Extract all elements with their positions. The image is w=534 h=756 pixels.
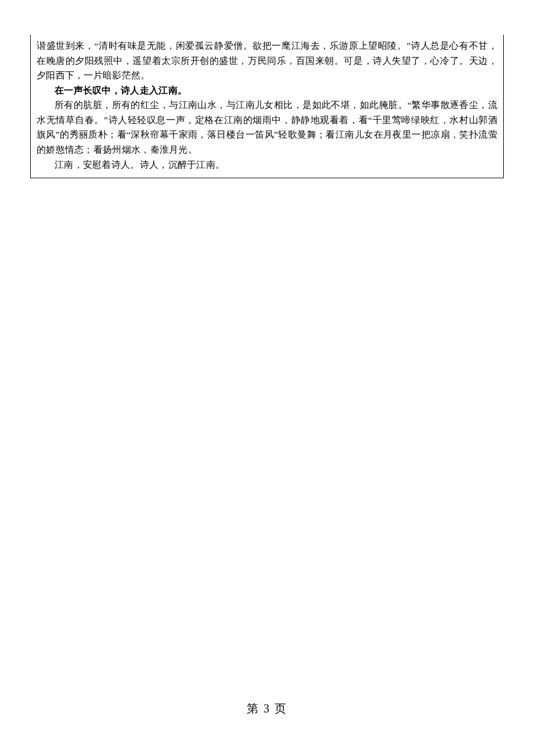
- paragraph-bold-heading: 在一声长叹中，诗人走入江南。: [37, 83, 497, 98]
- document-content-box: 谐盛世到来，“清时有味是无能，闲爱孤云静爱僧。欲把一麾江海去，乐游原上望昭陵。”…: [30, 35, 504, 178]
- page-number: 第 3 页: [0, 701, 534, 717]
- paragraph-continuation: 谐盛世到来，“清时有味是无能，闲爱孤云静爱僧。欲把一麾江海去，乐游原上望昭陵。”…: [37, 38, 497, 83]
- paragraph-body-1: 所有的肮脏，所有的红尘，与江南山水，与江南儿女相比，是如此不堪，如此腌脏。“繁华…: [37, 98, 497, 157]
- paragraph-body-2: 江南，安慰着诗人。诗人，沉醉于江南。: [37, 157, 497, 172]
